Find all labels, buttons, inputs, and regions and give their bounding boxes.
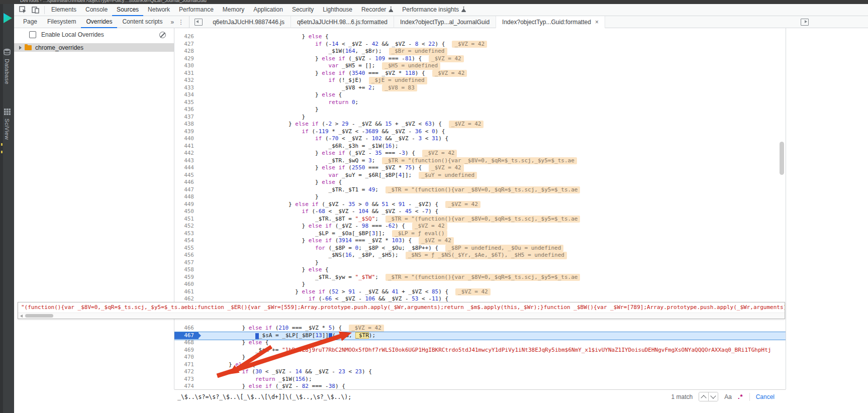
line-number[interactable]: 431 — [174, 70, 199, 77]
code-line[interactable]: 459_$TR._$yw = "_$TW";_$TR = "(function(… — [174, 274, 786, 281]
focus-navigator-icon[interactable] — [195, 19, 203, 26]
overrides-folder-row[interactable]: chrome_overrides — [14, 43, 174, 52]
code-line[interactable]: 469_$sA += "1bBoOZ8j9ruT7RbC2NMOOx5fDhf7… — [174, 347, 786, 354]
popup-scrollbar-thumb[interactable] — [25, 314, 53, 318]
line-number[interactable]: 439 — [174, 128, 199, 136]
line-number[interactable]: 459 — [174, 274, 199, 281]
tab-console[interactable]: Console — [81, 4, 112, 16]
line-number[interactable]: 441 — [174, 143, 199, 150]
sidebar-tab-overrides[interactable]: Overrides — [81, 16, 117, 28]
popup-scrollbar[interactable] — [18, 313, 785, 319]
code-line[interactable]: 433_$V8 += 2;_$V8 = 83 — [174, 84, 786, 92]
code-line[interactable]: 446} else { — [174, 179, 786, 186]
tab-security[interactable]: Security — [287, 4, 318, 16]
code-line[interactable]: 438} else if (-2 > 29 - _$VZ && 15 + _$V… — [174, 121, 786, 128]
file-tab[interactable]: q6etnJaJUcHH.98...6.js:formatted — [291, 16, 394, 28]
search-input[interactable]: _\$..\s?=\s?_\$..\[_\$..\[\d+]]\(_\$..,\… — [174, 393, 671, 400]
code-line[interactable]: 435return 0; — [174, 99, 786, 107]
code-line[interactable]: 472if (30 < _$VZ - 14 && _$VZ - 23 < 23)… — [174, 368, 786, 376]
line-number[interactable]: 432 — [174, 77, 199, 84]
tab-sources[interactable]: Sources — [112, 4, 143, 16]
code-line[interactable]: 432if (!_$jE)_$jE = undefined — [174, 77, 786, 84]
line-number[interactable]: 437 — [174, 114, 199, 121]
code-line[interactable]: 430var _$H5 = [];_$H5 = undefined — [174, 62, 786, 70]
line-number[interactable]: 473 — [174, 376, 199, 383]
code-line[interactable]: 470} — [174, 354, 786, 361]
file-tab[interactable]: Index?objectTyp...al_JournalGuid — [394, 16, 496, 28]
code-editor[interactable]: 426} else {427if (-14 < _$VZ - 42 && _$V… — [174, 28, 786, 389]
code-line[interactable]: 448} — [174, 193, 786, 201]
code-line[interactable]: 455for (_$8P = 0; _$8P < _$Ou; _$8P++) {… — [174, 245, 786, 252]
match-case-toggle[interactable]: Aa — [724, 393, 732, 400]
file-tab[interactable]: q6etnJaJUcHH.9887446.js — [207, 16, 291, 28]
cancel-button[interactable]: Cancel — [756, 393, 775, 400]
line-number[interactable]: 466 — [174, 325, 199, 332]
line-number[interactable]: 430 — [174, 62, 199, 70]
sidebar-tab-filesystem[interactable]: Filesystem — [42, 16, 81, 28]
code-line[interactable]: 429} else if (_$VZ - 109 === -81) {_$VZ … — [174, 55, 786, 63]
code-line[interactable]: 428_$1W(164, _$Br);_$Br = undefined — [174, 48, 786, 55]
line-number[interactable]: 450 — [174, 208, 199, 216]
line-number[interactable]: 436 — [174, 106, 199, 114]
regex-toggle[interactable]: .* — [738, 393, 743, 400]
line-number[interactable]: 467 — [174, 332, 199, 340]
line-number[interactable]: 427 — [174, 41, 199, 48]
code-line[interactable]: 457} — [174, 259, 786, 267]
line-number[interactable]: 470 — [174, 354, 199, 361]
code-line[interactable]: 427if (-14 < _$VZ - 42 && _$VZ - 8 < 22)… — [174, 41, 786, 48]
code-line[interactable]: 458} else { — [174, 266, 786, 274]
line-number[interactable]: 457 — [174, 259, 199, 267]
next-match-button[interactable] — [708, 392, 718, 401]
device-toolbar-icon[interactable] — [31, 6, 39, 14]
line-number[interactable]: 428 — [174, 48, 199, 55]
line-number[interactable]: 434 — [174, 91, 199, 99]
line-number[interactable]: 458 — [174, 266, 199, 274]
code-line[interactable]: 467 _$sA = _$LP[_$BP[13]] (_$Oa, _$TR); — [174, 332, 786, 340]
tab-elements[interactable]: Elements — [47, 4, 81, 16]
code-line[interactable]: 450if (-68 < _$VZ - 104 && _$VZ - 45 < -… — [174, 208, 786, 216]
code-line[interactable]: 461} else if (52 > 91 - _$VZ && 41 + _$V… — [174, 288, 786, 296]
editor-scrollbar-thumb[interactable] — [780, 142, 784, 175]
line-number[interactable]: 460 — [174, 281, 199, 288]
inspect-element-icon[interactable] — [19, 6, 27, 14]
tab-memory[interactable]: Memory — [218, 4, 249, 16]
code-line[interactable]: 468} else { — [174, 339, 786, 347]
close-tab-icon[interactable]: × — [595, 19, 599, 25]
clear-configuration-icon[interactable] — [159, 32, 166, 38]
code-line[interactable]: 449} else if (_$VZ - 35 > 0 && 51 < 91 -… — [174, 201, 786, 209]
code-line[interactable]: 471} else { — [174, 361, 786, 369]
tab-recorder[interactable]: Recorder — [357, 4, 398, 16]
line-number[interactable]: 435 — [174, 99, 199, 107]
line-number[interactable]: 461 — [174, 288, 199, 296]
file-tab[interactable]: Index?objectTyp...Guid:formatted× — [496, 16, 605, 28]
line-number[interactable]: 453 — [174, 230, 199, 238]
line-number[interactable]: 474 — [174, 383, 199, 389]
line-number[interactable]: 448 — [174, 193, 199, 201]
line-number[interactable]: 456 — [174, 252, 199, 259]
line-number[interactable]: 455 — [174, 245, 199, 252]
line-number[interactable]: 449 — [174, 201, 199, 209]
code-line[interactable]: 443_$TR._$wQ = 3;_$TR = "(function(){var… — [174, 157, 786, 165]
enable-local-overrides-checkbox[interactable] — [29, 31, 36, 38]
code-line[interactable]: 442} else if (_$VZ - 35 === -3) {_$VZ = … — [174, 150, 786, 157]
line-number[interactable]: 446 — [174, 179, 199, 186]
code-line[interactable]: 434} else { — [174, 91, 786, 99]
code-line[interactable]: 451_$TR._$8T = "_$SQ";_$TR = "(function(… — [174, 216, 786, 223]
code-line[interactable]: 431} else if (3540 === _$VZ * 118) {_$VZ… — [174, 70, 786, 77]
ide-tool-sciview[interactable]: SciView — [0, 109, 14, 140]
code-line[interactable]: 444} else if (2550 === _$VZ * 75) {_$VZ … — [174, 164, 786, 172]
code-line[interactable]: 453_$LP = _$Oa[_$BP[3]];_$LP = ƒ eval() — [174, 230, 786, 238]
show-debugger-panel-icon[interactable] — [801, 19, 809, 26]
line-number[interactable]: 429 — [174, 55, 199, 63]
line-number[interactable]: 452 — [174, 223, 199, 230]
line-number[interactable]: 426 — [174, 33, 199, 41]
line-number[interactable]: 444 — [174, 164, 199, 172]
line-number[interactable]: 471 — [174, 361, 199, 369]
sidebar-tab-content-scripts[interactable]: Content scripts — [117, 16, 167, 28]
code-line[interactable]: 441_$6R._$3h = _$1W(16); — [174, 143, 786, 150]
ide-tool-database[interactable]: Database — [0, 48, 14, 84]
line-number[interactable]: 433 — [174, 84, 199, 92]
tab-application[interactable]: Application — [249, 4, 287, 16]
tab-lighthouse[interactable]: Lighthouse — [318, 4, 357, 16]
line-number[interactable]: 442 — [174, 150, 199, 157]
